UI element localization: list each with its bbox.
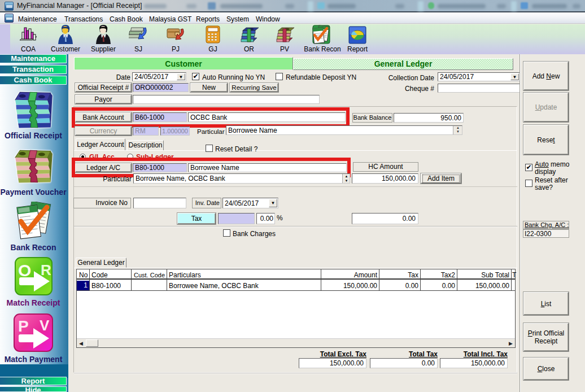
svg-text:V: V: [40, 317, 50, 334]
svg-text:P: P: [18, 317, 29, 335]
svg-text:R: R: [41, 262, 51, 278]
svg-text:O: O: [18, 261, 31, 280]
